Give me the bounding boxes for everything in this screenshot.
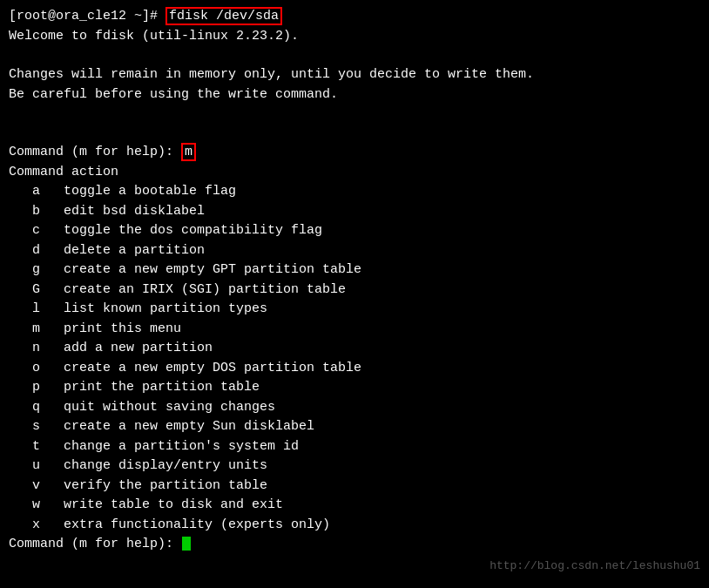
cursor — [182, 537, 191, 551]
terminal-window: [root@ora_cle12 ~]# fdisk /dev/sda Welco… — [0, 0, 709, 588]
command-action-text: Command action — [9, 165, 118, 179]
line-warning2: Be careful before using the write comman… — [9, 85, 700, 105]
menu-item: u change display/entry units — [9, 456, 700, 476]
menu-item: b edit bsd disklabel — [9, 202, 700, 222]
menu-item: g create a new empty GPT partition table — [9, 260, 700, 280]
command1: fdisk /dev/sda — [169, 9, 279, 24]
line-welcome: Welcome to fdisk (util-linux 2.23.2). — [9, 27, 700, 47]
menu-item: t change a partition's system id — [9, 437, 700, 457]
menu-item: l list known partition types — [9, 300, 700, 320]
menu-item: v verify the partition table — [9, 476, 700, 497]
menu-item: o create a new empty DOS partition table — [9, 359, 700, 379]
prompt1: [root@ora_cle12 ~]# — [9, 9, 165, 24]
warning1-text: Changes will remain in memory only, unti… — [9, 67, 534, 82]
watermark: http://blog.csdn.net/leshushu01 — [490, 559, 700, 572]
line-command2: Command (m for help): m — [9, 143, 700, 163]
empty-line-2 — [9, 105, 700, 124]
menu-item: w write table to disk and exit — [9, 496, 700, 516]
menu-item: d delete a partition — [9, 241, 700, 261]
menu-item: s create a new empty Sun disklabel — [9, 417, 700, 437]
warning2-text: Be careful before using the write comman… — [9, 87, 338, 102]
line-command-action: Command action — [9, 163, 700, 183]
menu-item: x extra functionality (experts only) — [9, 516, 700, 536]
menu-item: q quit without saving changes — [9, 398, 700, 418]
line-command1: [root@ora_cle12 ~]# fdisk /dev/sda — [9, 7, 700, 27]
prompt2: Command (m for help): — [9, 145, 181, 159]
menu-item: a toggle a bootable flag — [9, 182, 700, 202]
menu-list: a toggle a bootable flag b edit bsd disk… — [9, 182, 700, 535]
menu-item: m print this menu — [9, 320, 700, 340]
menu-item: p print the partition table — [9, 378, 700, 398]
line-final-prompt: Command (m for help): — [9, 535, 700, 555]
line-warning1: Changes will remain in memory only, unti… — [9, 65, 700, 85]
command1-highlight: fdisk /dev/sda — [165, 7, 282, 25]
menu-item: c toggle the dos compatibility flag — [9, 221, 700, 241]
prompt3: Command (m for help): — [9, 537, 181, 551]
command2-highlight: m — [181, 143, 196, 161]
empty-line-3 — [9, 124, 700, 143]
empty-line-1 — [9, 46, 700, 65]
menu-item: G create an IRIX (SGI) partition table — [9, 280, 700, 301]
command2: m — [185, 145, 192, 159]
menu-item: n add a new partition — [9, 339, 700, 359]
welcome-text: Welcome to fdisk (util-linux 2.23.2). — [9, 29, 299, 44]
